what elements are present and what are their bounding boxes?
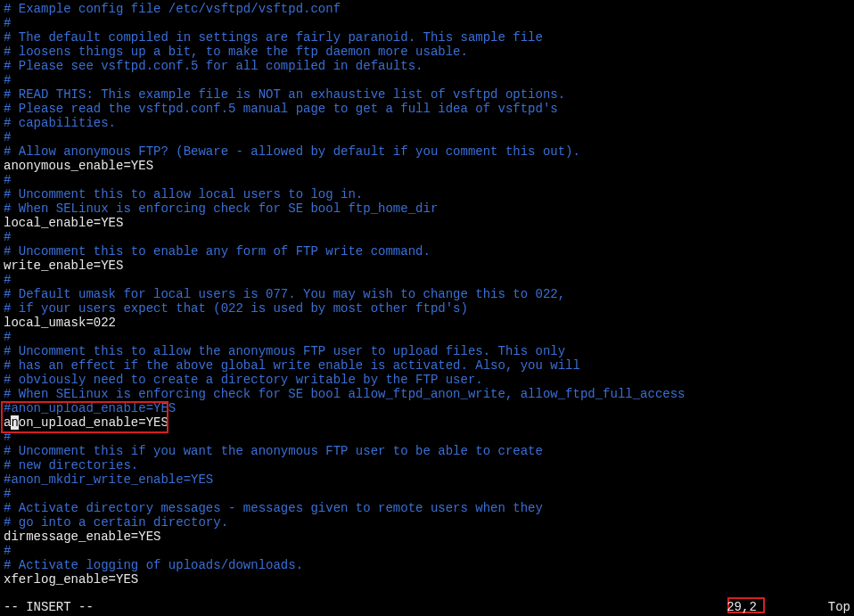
editor-line[interactable]: #anon_upload_enable=YES xyxy=(4,401,850,415)
editor-line[interactable]: anon_upload_enable=YES xyxy=(4,415,850,430)
editor-line[interactable]: # Default umask for local users is 077. … xyxy=(4,287,850,301)
editor-line[interactable]: # Uncomment this to enable any form of F… xyxy=(4,244,850,259)
editor-line[interactable]: # new directories. xyxy=(4,458,850,472)
editor-line[interactable]: #anon_mkdir_write_enable=YES xyxy=(4,472,850,487)
vim-status-bar: -- INSERT -- 29,2 Top xyxy=(4,600,850,614)
editor-line[interactable]: # xyxy=(4,16,850,30)
editor-line[interactable]: # xyxy=(4,130,850,144)
editor-line[interactable]: # Uncomment this to allow local users to… xyxy=(4,187,850,201)
editor-line[interactable]: # xyxy=(4,173,850,187)
editor-line[interactable]: # xyxy=(4,230,850,244)
editor-line[interactable]: # go into a certain directory. xyxy=(4,515,850,530)
text-cursor: n xyxy=(11,415,18,430)
editor-line[interactable]: # The default compiled in settings are f… xyxy=(4,30,850,45)
editor-line[interactable]: # Allow anonymous FTP? (Beware - allowed… xyxy=(4,144,850,159)
editor-line[interactable]: # xyxy=(4,430,850,444)
editor-line[interactable]: # xyxy=(4,273,850,287)
editor-line[interactable]: # READ THIS: This example file is NOT an… xyxy=(4,87,850,102)
editor-line[interactable]: # if your users expect that (022 is used… xyxy=(4,301,850,316)
editor-line[interactable]: # Uncomment this if you want the anonymo… xyxy=(4,444,850,458)
scroll-indicator: Top xyxy=(828,600,850,614)
editor-line[interactable]: xferlog_enable=YES xyxy=(4,572,850,587)
editor-line[interactable]: # When SELinux is enforcing check for SE… xyxy=(4,387,850,401)
editor-line[interactable]: # Example config file /etc/vsftpd/vsftpd… xyxy=(4,2,850,16)
cursor-position: 29,2 xyxy=(727,600,757,614)
editor-line[interactable]: # has an effect if the above global writ… xyxy=(4,358,850,373)
editor-line[interactable]: # Uncomment this to allow the anonymous … xyxy=(4,344,850,358)
editor-line[interactable]: anonymous_enable=YES xyxy=(4,159,850,173)
editor-line[interactable]: # loosens things up a bit, to make the f… xyxy=(4,45,850,59)
editor-line[interactable]: # When SELinux is enforcing check for SE… xyxy=(4,201,850,216)
editor-line[interactable]: # capabilities. xyxy=(4,116,850,130)
editor-line[interactable]: # xyxy=(4,330,850,344)
editor-line[interactable]: # xyxy=(4,544,850,558)
editor-line[interactable]: # Please see vsftpd.conf.5 for all compi… xyxy=(4,59,850,73)
editor-line[interactable]: # Please read the vsftpd.conf.5 manual p… xyxy=(4,102,850,116)
editor-content[interactable]: # Example config file /etc/vsftpd/vsftpd… xyxy=(4,2,850,587)
editor-line[interactable]: dirmessage_enable=YES xyxy=(4,530,850,544)
editor-line[interactable]: # xyxy=(4,73,850,87)
editor-line[interactable]: local_umask=022 xyxy=(4,316,850,330)
editor-line[interactable]: # xyxy=(4,487,850,501)
editor-line[interactable]: write_enable=YES xyxy=(4,259,850,273)
editor-line[interactable]: # Activate logging of uploads/downloads. xyxy=(4,558,850,572)
editor-line[interactable]: # Activate directory messages - messages… xyxy=(4,501,850,515)
editor-line[interactable]: # obviously need to create a directory w… xyxy=(4,373,850,387)
editor-line[interactable]: local_enable=YES xyxy=(4,216,850,230)
vim-mode: -- INSERT -- xyxy=(4,600,94,614)
